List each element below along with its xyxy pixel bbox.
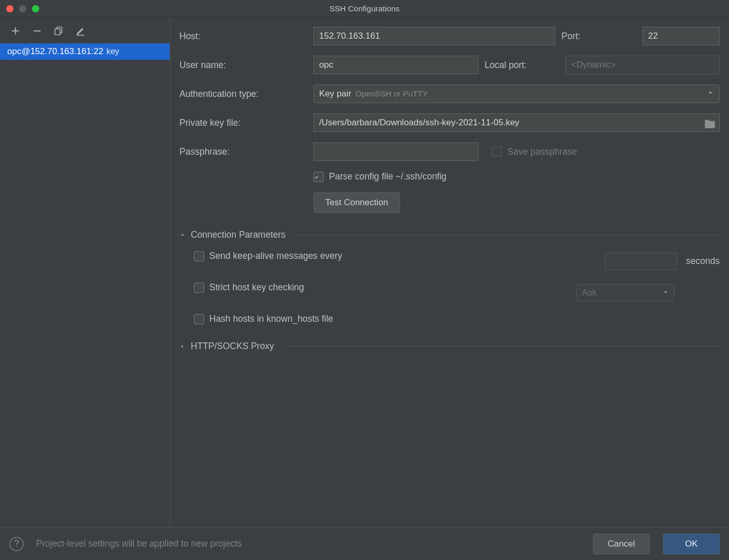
parse-config-label: Parse config file ~/.ssh/config: [329, 171, 446, 182]
footer: ? Project-level settings will be applied…: [0, 527, 729, 560]
right-panel: Host: Port: User name: Local port: Authe…: [170, 18, 729, 527]
list-toolbar: [0, 23, 170, 41]
chevron-down-icon: [707, 89, 714, 99]
hash-hosts-checkbox[interactable]: Hash hosts in known_hosts file: [194, 314, 720, 324]
keepalive-unit: seconds: [686, 256, 720, 267]
ssh-form: Host: Port: User name: Local port: Authe…: [179, 27, 720, 213]
authtype-label: Authentication type:: [179, 89, 308, 100]
keyfile-label: Private key file:: [179, 118, 308, 128]
authtype-select[interactable]: Key pair OpenSSH or PuTTY: [313, 85, 720, 103]
divider: [295, 235, 720, 235]
footer-message: Project-level settings will be applied t…: [36, 538, 579, 549]
expand-down-icon: [179, 232, 186, 238]
edit-icon[interactable]: [75, 26, 86, 36]
passphrase-label: Passphrase:: [179, 146, 308, 157]
keyfile-input[interactable]: [313, 113, 720, 132]
close-window-button[interactable]: [6, 5, 13, 12]
config-list-item[interactable]: opc@152.70.163.161:22 key: [0, 43, 170, 60]
host-label: Host:: [179, 31, 308, 42]
keepalive-checkbox[interactable]: Send keep-alive messages every: [194, 251, 342, 261]
connection-params-section: Connection Parameters Send keep-alive me…: [179, 229, 720, 324]
test-connection-button[interactable]: Test Connection: [313, 192, 400, 213]
content-area: opc@152.70.163.161:22 key Host: Port: Us…: [0, 18, 729, 527]
remove-icon[interactable]: [32, 26, 42, 36]
window-title: SSH Configurations: [0, 4, 729, 13]
connection-params-title: Connection Parameters: [191, 229, 286, 240]
divider: [283, 346, 720, 347]
passphrase-input[interactable]: [313, 142, 478, 161]
config-list-item-label: opc@152.70.163.161:22: [7, 46, 103, 57]
connection-params-header[interactable]: Connection Parameters: [179, 229, 720, 240]
port-label: Port:: [561, 31, 636, 42]
parse-config-checkbox[interactable]: Parse config file ~/.ssh/config: [313, 171, 720, 182]
maximize-window-button[interactable]: [32, 5, 39, 12]
config-list: opc@152.70.163.161:22 key: [0, 41, 170, 527]
proxy-title: HTTP/SOCKS Proxy: [191, 341, 274, 352]
save-passphrase-label: Save passphrase: [507, 146, 577, 157]
titlebar: SSH Configurations: [0, 0, 729, 18]
folder-icon[interactable]: [703, 118, 717, 128]
minimize-window-button[interactable]: [19, 5, 26, 12]
keepalive-input: [605, 253, 677, 270]
svg-rect-4: [55, 29, 60, 35]
strict-hostkey-select: Ask: [576, 284, 674, 302]
strict-hostkey-value: Ask: [582, 288, 597, 298]
help-icon[interactable]: ?: [9, 537, 24, 551]
expand-right-icon: [179, 343, 186, 350]
window-controls: [6, 5, 39, 12]
left-panel: opc@152.70.163.161:22 key: [0, 18, 170, 527]
add-icon[interactable]: [10, 26, 21, 36]
keepalive-label: Send keep-alive messages every: [209, 251, 342, 261]
config-list-item-suffix: key: [106, 47, 119, 56]
cancel-button[interactable]: Cancel: [593, 534, 650, 554]
proxy-section: HTTP/SOCKS Proxy: [179, 341, 720, 352]
authtype-value: Key pair: [319, 89, 351, 99]
hash-hosts-label: Hash hosts in known_hosts file: [209, 314, 333, 324]
copy-icon[interactable]: [54, 26, 64, 36]
chevron-down-icon: [662, 288, 669, 298]
strict-hostkey-label: Strict host key checking: [209, 282, 304, 293]
port-input[interactable]: [642, 27, 720, 45]
strict-hostkey-checkbox[interactable]: Strict host key checking: [194, 282, 304, 293]
host-input[interactable]: [313, 27, 555, 45]
username-input[interactable]: [313, 56, 478, 74]
localport-label: Local port:: [485, 60, 559, 71]
save-passphrase-checkbox: Save passphrase: [492, 146, 577, 157]
username-label: User name:: [179, 60, 308, 71]
ok-button[interactable]: OK: [663, 534, 720, 554]
proxy-header[interactable]: HTTP/SOCKS Proxy: [179, 341, 720, 352]
localport-input: [566, 56, 720, 74]
authtype-hint: OpenSSH or PuTTY: [355, 89, 707, 98]
